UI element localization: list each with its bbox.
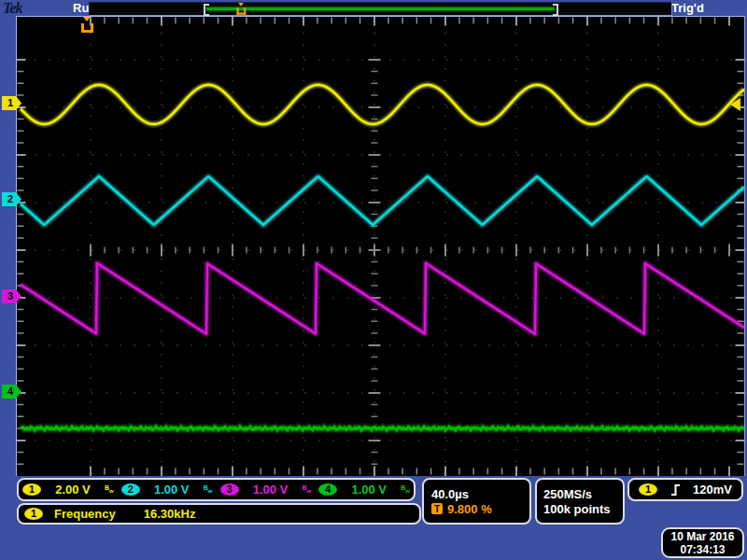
time-label: 07:34:13 (680, 543, 725, 556)
ch3-scale-group[interactable]: 3 1.00 V Bw (217, 483, 316, 497)
measurement-name: Frequency (54, 507, 116, 521)
measurement-value: 16.30kHz (144, 507, 196, 521)
record-trigger-position-icon[interactable] (236, 3, 247, 15)
ch3-bandwidth-limit-icon: Bw (303, 484, 312, 494)
acquisition-record-bar[interactable] (89, 2, 672, 16)
waveform-display (16, 16, 745, 476)
ch4-scale-group[interactable]: 4 1.00 V Bw (315, 483, 414, 497)
ch3-badge: 3 (220, 483, 239, 496)
trigger-source-badge: 1 (639, 483, 657, 496)
trigger-t-icon (236, 7, 246, 15)
trigger-state-label: Trig'd (671, 1, 704, 15)
ch1-scale: 2.00 V (55, 483, 91, 497)
date-label: 10 Mar 2016 (670, 530, 734, 543)
ch1-badge: 1 (22, 483, 41, 496)
trigger-position-readout: T 9.800 % (431, 502, 492, 516)
horizontal-scale: 40.0µs (431, 487, 469, 501)
ch2-scale: 1.00 V (154, 483, 190, 497)
acquisition-box[interactable]: 250MS/s 100k points (535, 478, 625, 525)
ch2-scale-group[interactable]: 2 1.00 V Bw (118, 483, 217, 497)
channel-scales-box[interactable]: 1 2.00 V Bw 2 1.00 V Bw 3 1.00 V Bw 4 1.… (17, 478, 416, 501)
ch3-scale: 1.00 V (253, 483, 289, 497)
tek-logo: Tek (3, 0, 21, 17)
graticule-and-waveforms (17, 17, 744, 476)
ch1-scale-group[interactable]: 1 2.00 V Bw (19, 483, 118, 497)
window-start-bracket[interactable] (204, 4, 209, 16)
trigger-level-arrow-icon[interactable] (730, 98, 740, 111)
ch4-badge: 4 (318, 483, 337, 496)
trigger-t-icon (81, 23, 93, 33)
horizontal-box[interactable]: 40.0µs T 9.800 % (422, 478, 531, 525)
ch1-bandwidth-limit-icon: Bw (105, 484, 114, 494)
trigger-box[interactable]: 1 120mV (627, 478, 743, 501)
sample-rate: 250MS/s (543, 487, 592, 501)
record-length: 100k points (543, 502, 611, 516)
ch2-badge: 2 (121, 483, 140, 496)
trigger-level: 120mV (693, 483, 732, 497)
trigger-t-icon: T (431, 503, 443, 514)
measurement-source-badge: 1 (24, 508, 43, 520)
measurement-box[interactable]: 1 Frequency 16.30kHz (17, 503, 421, 525)
record-waveform-line (206, 7, 556, 10)
screen-trigger-position-marker[interactable] (80, 17, 93, 33)
ch4-scale: 1.00 V (351, 483, 387, 497)
window-end-bracket[interactable] (553, 4, 558, 16)
datetime-box[interactable]: 10 Mar 2016 07:34:13 (661, 527, 744, 558)
ch2-bandwidth-limit-icon: Bw (204, 484, 213, 494)
ch4-bandwidth-limit-icon: Bw (401, 484, 410, 494)
rising-edge-icon (669, 483, 682, 497)
